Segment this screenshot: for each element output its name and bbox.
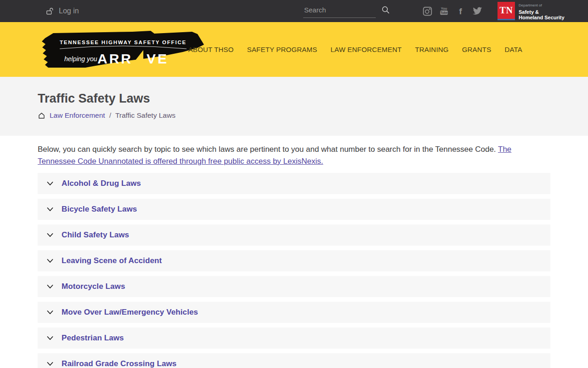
accordion-label: Railroad Grade Crossing Laws bbox=[62, 359, 176, 368]
accordion-child-safety-laws[interactable]: Child Safety Laws bbox=[38, 224, 550, 246]
chevron-down-icon bbox=[46, 334, 54, 342]
search-input[interactable] bbox=[303, 3, 376, 18]
tn-dept-name-1: Safety & bbox=[519, 9, 565, 15]
intro-text: Below, you can quickly search by topic t… bbox=[38, 145, 498, 154]
accordion-leaving-scene-of-accident[interactable]: Leaving Scene of Accident bbox=[38, 250, 550, 271]
search-button[interactable] bbox=[380, 5, 391, 16]
breadcrumb-current: Traffic Safety Laws bbox=[115, 111, 175, 120]
accordion-bicycle-safety-laws[interactable]: Bicycle Safety Laws bbox=[38, 199, 550, 220]
tn-dept-label: Department of bbox=[519, 3, 565, 8]
login-label: Log in bbox=[59, 7, 79, 15]
logo-office-text: TENNESSEE HIGHWAY SAFETY OFFICE bbox=[60, 40, 187, 45]
chevron-down-icon bbox=[46, 282, 54, 291]
search-icon bbox=[381, 6, 390, 15]
svg-text:f: f bbox=[459, 6, 462, 16]
breadcrumb: Law Enforcement / Traffic Safety Laws bbox=[38, 111, 550, 120]
accordion-railroad-grade-crossing-laws[interactable]: Railroad Grade Crossing Laws bbox=[38, 353, 550, 368]
svg-text:Tube: Tube bbox=[440, 11, 447, 14]
tn-dept-name-2: Homeland Security bbox=[519, 15, 565, 20]
svg-text:You: You bbox=[441, 6, 447, 11]
nav-safety-programs[interactable]: SAFETY PROGRAMS bbox=[247, 46, 317, 53]
tn-dept-logo[interactable]: TN Department of Safety & Homeland Secur… bbox=[498, 2, 565, 20]
tn-flag-mark: TN bbox=[498, 2, 515, 20]
twitter-icon bbox=[472, 6, 482, 16]
chevron-down-icon bbox=[46, 257, 54, 265]
logo-brand-post: VE bbox=[147, 51, 169, 66]
chevron-down-icon bbox=[46, 179, 54, 188]
youtube-icon: You Tube bbox=[439, 6, 449, 16]
accordion-label: Motorcycle Laws bbox=[62, 282, 125, 291]
chevron-down-icon bbox=[46, 360, 54, 368]
chevron-down-icon bbox=[46, 205, 54, 213]
utility-bar: Log in You bbox=[0, 0, 588, 22]
chevron-down-icon bbox=[46, 231, 54, 239]
instagram-link[interactable] bbox=[423, 6, 432, 16]
page-title: Traffic Safety Laws bbox=[38, 92, 550, 105]
unlock-icon bbox=[45, 7, 54, 16]
nav-data[interactable]: DATA bbox=[504, 46, 522, 53]
nav-law-enforcement[interactable]: LAW ENFORCEMENT bbox=[330, 46, 401, 53]
laws-accordion-list: Alcohol & Drug Laws Bicycle Safety Laws … bbox=[38, 173, 550, 368]
tn-blue-bar bbox=[498, 19, 515, 20]
youtube-link[interactable]: You Tube bbox=[439, 6, 449, 16]
nav-grants[interactable]: GRANTS bbox=[462, 46, 492, 53]
login-button[interactable]: Log in bbox=[45, 0, 79, 22]
accordion-label: Bicycle Safety Laws bbox=[62, 205, 137, 214]
instagram-icon bbox=[423, 6, 432, 16]
thso-logo[interactable]: TENNESSEE HIGHWAY SAFETY OFFICE helping … bbox=[40, 30, 204, 69]
logo-tagline: helping you bbox=[64, 55, 97, 63]
twitter-link[interactable] bbox=[472, 6, 482, 16]
accordion-label: Child Safety Laws bbox=[62, 230, 129, 240]
breadcrumb-separator: / bbox=[109, 111, 111, 120]
accordion-label: Alcohol & Drug Laws bbox=[62, 179, 141, 188]
accordion-label: Leaving Scene of Accident bbox=[62, 256, 162, 265]
page-header: Traffic Safety Laws Law Enforcement / Tr… bbox=[0, 77, 588, 136]
main-navigation: ABOUT THSO SAFETY PROGRAMS LAW ENFORCEME… bbox=[188, 22, 522, 77]
nav-training[interactable]: TRAINING bbox=[415, 46, 448, 53]
tn-abbr: TN bbox=[498, 2, 515, 19]
home-icon[interactable] bbox=[38, 112, 45, 120]
chevron-down-icon bbox=[46, 308, 54, 316]
accordion-move-over-law[interactable]: Move Over Law/Emergency Vehicles bbox=[38, 302, 550, 323]
tn-dept-text: Department of Safety & Homeland Security bbox=[519, 2, 565, 20]
social-links: You Tube f bbox=[423, 0, 482, 22]
facebook-link[interactable]: f bbox=[456, 6, 465, 16]
intro-paragraph: Below, you can quickly search by topic t… bbox=[38, 144, 550, 167]
search-field-wrap bbox=[303, 3, 376, 18]
accordion-label: Pedestrian Laws bbox=[62, 334, 124, 343]
masthead: TENNESSEE HIGHWAY SAFETY OFFICE helping … bbox=[0, 22, 588, 77]
accordion-label: Move Over Law/Emergency Vehicles bbox=[62, 308, 198, 317]
accordion-pedestrian-laws[interactable]: Pedestrian Laws bbox=[38, 328, 550, 349]
accordion-alcohol-drug-laws[interactable]: Alcohol & Drug Laws bbox=[38, 173, 550, 194]
facebook-icon: f bbox=[456, 6, 465, 16]
logo-brand-pre: ARR bbox=[97, 51, 133, 66]
accordion-motorcycle-laws[interactable]: Motorcycle Laws bbox=[38, 276, 550, 297]
main-content: Below, you can quickly search by topic t… bbox=[0, 144, 588, 368]
nav-about-thso[interactable]: ABOUT THSO bbox=[188, 46, 234, 53]
breadcrumb-law-enforcement[interactable]: Law Enforcement bbox=[50, 111, 105, 120]
